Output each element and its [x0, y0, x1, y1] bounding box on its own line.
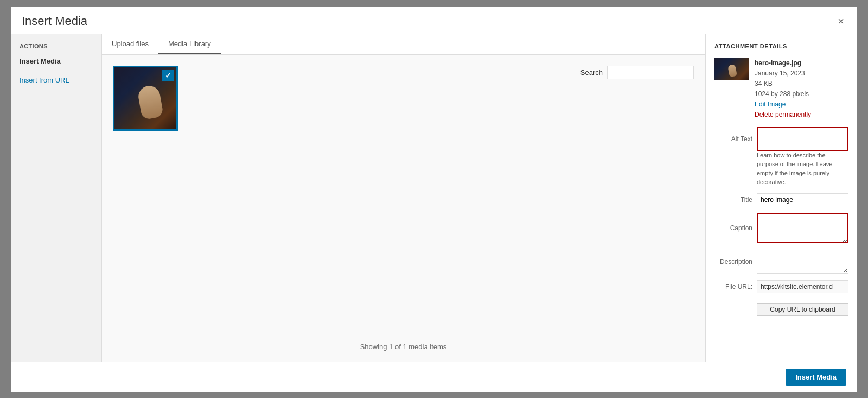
alt-text-label: Alt Text — [714, 135, 752, 143]
tabs-bar: Upload files Media Library — [102, 34, 705, 55]
attachment-preview: hero-image.jpg January 15, 2023 34 KB 10… — [714, 58, 848, 121]
title-label: Title — [714, 196, 752, 204]
attachment-panel: ATTACHMENT DETAILS hero-image.jpg Januar… — [705, 34, 857, 362]
close-button[interactable]: × — [835, 16, 846, 27]
sidebar-section-title: Actions — [11, 43, 101, 54]
media-item-checkbox — [162, 70, 174, 81]
attachment-date: January 15, 2023 — [755, 68, 811, 79]
attachment-filesize: 34 KB — [755, 79, 811, 89]
modal-title: Insert Media — [22, 14, 87, 28]
copy-url-button[interactable]: Copy URL to clipboard — [757, 303, 848, 316]
title-field-row: Title — [714, 193, 848, 206]
showing-text: Showing 1 of 1 media items — [360, 343, 447, 351]
modal-overlay: Insert Media × Actions Insert Media Inse… — [0, 0, 868, 398]
title-input[interactable] — [757, 193, 848, 206]
search-input[interactable] — [607, 66, 694, 79]
tab-media-library[interactable]: Media Library — [158, 34, 221, 54]
insert-media-button[interactable]: Insert Media — [786, 369, 846, 386]
sidebar-item-insert-from-url[interactable]: Insert from URL — [11, 73, 101, 87]
caption-input[interactable] — [757, 213, 848, 243]
caption-label: Caption — [714, 224, 752, 232]
sidebar: Actions Insert Media Insert from URL — [11, 34, 102, 362]
attachment-thumbnail — [714, 58, 749, 80]
description-field-row: Description — [714, 250, 848, 274]
file-url-input[interactable] — [757, 280, 848, 293]
attachment-filename: hero-image.jpg — [755, 58, 811, 68]
alt-text-field-group: Alt Text Learn how to describe the purpo… — [714, 127, 848, 187]
attachment-info: hero-image.jpg January 15, 2023 34 KB 10… — [755, 58, 811, 121]
file-url-row: File URL: — [714, 280, 848, 293]
delete-image-link[interactable]: Delete permanently — [755, 111, 811, 118]
tab-upload-files[interactable]: Upload files — [102, 34, 158, 54]
description-label: Description — [714, 258, 752, 266]
modal-footer: Insert Media — [11, 362, 857, 392]
sidebar-item-insert-media[interactable]: Insert Media — [11, 54, 101, 68]
alt-text-hint: Learn how to describe the purpose of the… — [757, 151, 848, 187]
description-input[interactable] — [757, 250, 848, 274]
modal-body: Actions Insert Media Insert from URL Upl… — [11, 34, 857, 362]
search-bar: Search — [580, 66, 694, 79]
modal-header: Insert Media × — [11, 7, 857, 34]
edit-image-link[interactable]: Edit Image — [755, 100, 786, 108]
search-label: Search — [580, 68, 603, 77]
alt-text-input[interactable] — [757, 127, 848, 151]
attachment-dimensions: 1024 by 288 pixels — [755, 89, 811, 99]
caption-field-row: Caption — [714, 213, 848, 243]
media-grid-area: Search Showing 1 of 1 media item — [102, 55, 705, 362]
insert-media-modal: Insert Media × Actions Insert Media Inse… — [11, 7, 857, 392]
main-content: Upload files Media Library Search — [102, 34, 705, 362]
attachment-details-title: ATTACHMENT DETAILS — [714, 43, 848, 49]
file-url-label: File URL: — [714, 283, 752, 290]
alt-text-row: Alt Text — [714, 127, 848, 151]
media-item[interactable] — [113, 66, 178, 131]
